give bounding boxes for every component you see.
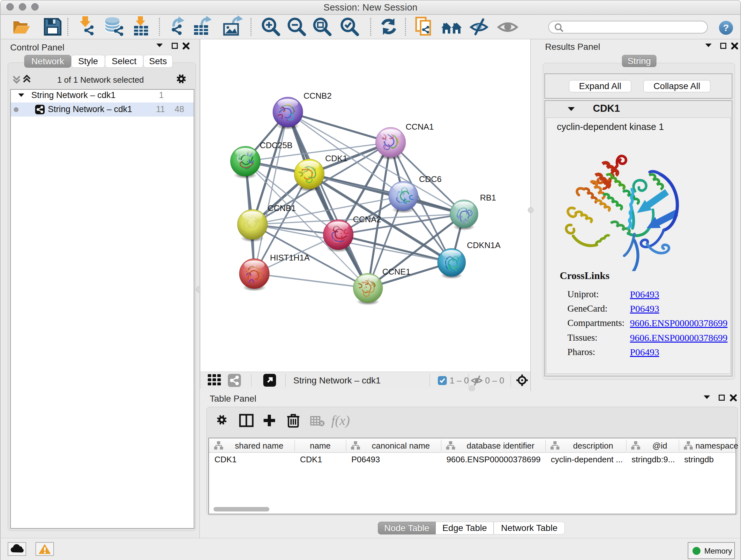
svg-text:CDC25B: CDC25B: [260, 140, 293, 150]
svg-text:RB1: RB1: [480, 193, 496, 202]
svg-text:CCNE1: CCNE1: [382, 267, 410, 276]
svg-text:CCNA1: CCNA1: [406, 122, 434, 132]
svg-text:CDK1: CDK1: [325, 153, 347, 163]
svg-text:CCNA2: CCNA2: [353, 214, 381, 224]
svg-text:CDKN1A: CDKN1A: [467, 240, 501, 250]
svg-text:CCNB1: CCNB1: [268, 203, 296, 213]
svg-text:?: ?: [723, 22, 729, 33]
svg-text:HIST1H1A: HIST1H1A: [270, 253, 310, 262]
svg-text:CDC6: CDC6: [419, 174, 442, 184]
svg-text:CCNB2: CCNB2: [304, 91, 332, 101]
